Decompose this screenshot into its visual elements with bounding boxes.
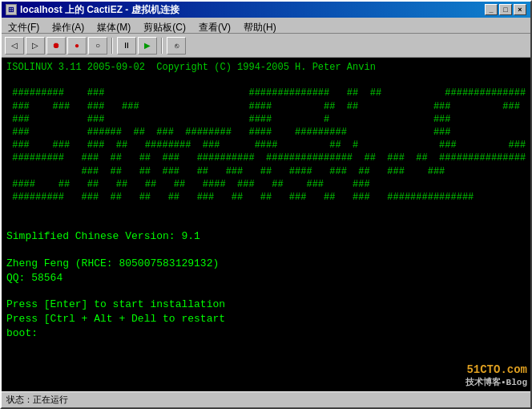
terminal-line-5: ### ###### ## ### ######## #### ########… [6,126,526,139]
menu-action[interactable]: 操作(A) [46,19,91,31]
terminal-line-blank1 [6,244,526,257]
window-icon: ⊞ [6,4,17,15]
title-bar-left: ⊞ localhost 上的 CactiEZ - 虚拟机连接 [6,3,179,17]
watermark-sub: 技术博客▪Blog [466,376,527,388]
window-title: localhost 上的 CactiEZ - 虚拟机连接 [20,3,179,17]
minimize-button[interactable]: _ [485,4,498,15]
toolbar-separator-1 [111,38,113,54]
menu-media[interactable]: 媒体(M) [91,19,137,31]
toolbar-btn-forward[interactable]: ▷ [26,37,45,55]
menu-clipboard[interactable]: 剪贴板(C) [137,19,192,31]
terminal-line-press-enter: Press [Enter] to start installation [6,298,526,312]
terminal-line-11 [6,204,526,217]
status-bar: 状态：正在运行 [2,391,530,407]
terminal-line-10: ######### ### ## ## ## ### ## ## ### ## … [6,191,526,204]
status-text: 状态：正在运行 [6,394,68,406]
main-window: ⊞ localhost 上的 CactiEZ - 虚拟机连接 _ □ × 文件(… [0,0,532,409]
menu-view[interactable]: 查看(V) [192,19,237,31]
watermark-site: 51CTO.com [466,363,527,376]
watermark: 51CTO.com 技术博客▪Blog [466,363,527,388]
terminal-line-0: ISOLINUX 3.11 2005-09-02 Copyright (C) 1… [6,61,526,74]
terminal-line-qq: QQ: 58564 [6,271,526,285]
close-button[interactable]: × [514,4,526,15]
title-bar: ⊞ localhost 上的 CactiEZ - 虚拟机连接 _ □ × [2,2,530,18]
toolbar-btn-ctrl-alt-del[interactable]: ⎋ [167,37,186,55]
toolbar-btn-stop[interactable]: ⏺ [46,37,66,55]
menu-bar: 文件(F) 操作(A) 媒体(M) 剪贴板(C) 查看(V) 帮助(H) [2,18,530,34]
terminal-line-blank2 [6,285,526,298]
terminal-line-press-ctrl: Press [Ctrl + Alt + Dell to restart [6,312,526,326]
terminal-line-author: Zheng Feng (RHCE: 805007583129132) [6,257,526,271]
toolbar-btn-record[interactable]: ● [67,37,87,55]
toolbar-btn-back[interactable]: ◁ [5,37,24,55]
terminal-line-7: ######### ### ## ## ### ########## #####… [6,152,526,164]
toolbar: ◁ ▷ ⏺ ● ○ ⏸ ▶ ⎋ [2,34,530,58]
toolbar-btn-play[interactable]: ▶ [138,37,157,55]
toolbar-btn-pause[interactable]: ⏸ [117,37,136,55]
terminal-line-boot: boot: [6,326,526,341]
menu-file[interactable]: 文件(F) [2,19,46,31]
terminal-line-12 [6,217,526,229]
title-buttons: _ □ × [485,4,526,15]
toolbar-separator-2 [161,38,163,54]
maximize-button[interactable]: □ [499,4,512,15]
terminal-area[interactable]: ISOLINUX 3.11 2005-09-02 Copyright (C) 1… [2,58,530,391]
terminal-line-8: ### ## ## ### ## ### ## #### ### ## ### … [6,165,526,178]
toolbar-btn-circle[interactable]: ○ [88,37,107,55]
terminal-line-version: Simplified Chinese Version: 9.1 [6,229,526,244]
terminal-line-9: #### ## ## ## ## ## #### ### ## ### ### [6,178,526,191]
terminal-line-4: ### ### #### # ### [6,113,526,126]
menu-help[interactable]: 帮助(H) [237,19,283,31]
terminal-line-1 [6,74,526,87]
terminal-line-3: ### ### ### ### #### ## ## ### ### [6,100,526,113]
terminal-line-6: ### ### ### ## ######## ### #### ## # ##… [6,139,526,152]
terminal-line-2: ######### ### ############## ## ## #####… [6,87,526,99]
